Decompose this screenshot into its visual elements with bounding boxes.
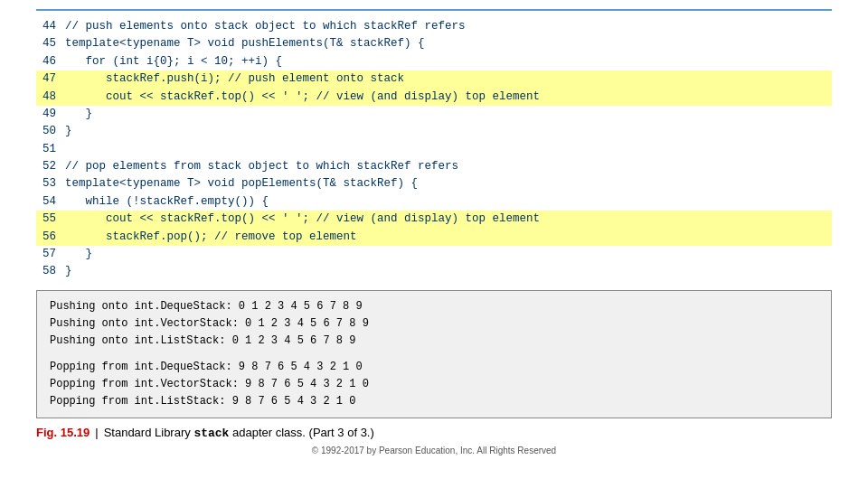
line-code-57: } [65, 246, 92, 263]
code-line-49: 49 } [36, 106, 832, 123]
code-line-52: 52 // pop elements from stack object to … [36, 158, 832, 175]
code-line-45: 45 template<typename T> void pushElement… [36, 35, 832, 52]
line-num-56: 56 [36, 229, 65, 246]
line-num-48: 48 [36, 89, 65, 106]
line-code-48: cout << stackRef.top() << ' '; // view (… [65, 89, 540, 106]
line-num-50: 50 [36, 123, 65, 140]
output-blank-1 [50, 350, 818, 359]
line-code-58: } [65, 263, 72, 280]
caption-fig-label: Fig. 15.19 [36, 426, 90, 439]
line-code-54: while (!stackRef.empty()) { [65, 193, 269, 211]
line-num-53: 53 [36, 175, 65, 192]
code-line-53: 53 template<typename T> void popElements… [36, 175, 832, 192]
code-line-50: 50 } [36, 123, 832, 140]
page-container: 44 // push elements onto stack object to… [0, 0, 868, 488]
line-code-52: // pop elements from stack object to whi… [65, 158, 458, 175]
code-line-58: 58 } [36, 263, 832, 280]
line-num-54: 54 [36, 193, 65, 211]
code-line-57: 57 } [36, 246, 832, 263]
line-num-55: 55 [36, 211, 65, 228]
output-box: Pushing onto int.DequeStack: 0 1 2 3 4 5… [36, 290, 832, 419]
line-code-49: } [65, 106, 92, 123]
copyright-text: © 1992-2017 by Pearson Education, Inc. A… [312, 446, 556, 455]
code-line-44: 44 // push elements onto stack object to… [36, 18, 832, 35]
line-code-46: for (int i{0}; i < 10; ++i) { [65, 53, 282, 70]
caption: Fig. 15.19 | Standard Library stack adap… [36, 426, 832, 440]
line-code-45: template<typename T> void pushElements(T… [65, 35, 425, 52]
top-border [36, 9, 832, 11]
code-line-55: 55 cout << stackRef.top() << ' '; // vie… [36, 211, 832, 228]
line-num-46: 46 [36, 53, 65, 70]
line-code-51 [65, 141, 72, 158]
code-section: 44 // push elements onto stack object to… [36, 18, 832, 281]
line-num-58: 58 [36, 263, 65, 280]
line-code-56: stackRef.pop(); // remove top element [65, 229, 357, 246]
code-line-56: 56 stackRef.pop(); // remove top element [36, 229, 832, 246]
output-line-4: Popping from int.DequeStack: 9 8 7 6 5 4… [50, 359, 818, 376]
footer: © 1992-2017 by Pearson Education, Inc. A… [36, 446, 832, 455]
caption-stack-word: stack [193, 427, 229, 440]
code-line-46: 46 for (int i{0}; i < 10; ++i) { [36, 53, 832, 70]
output-line-3: Pushing onto int.ListStack: 0 1 2 3 4 5 … [50, 333, 818, 350]
line-num-44: 44 [36, 18, 65, 35]
line-num-52: 52 [36, 158, 65, 175]
output-line-6: Popping from int.ListStack: 9 8 7 6 5 4 … [50, 393, 818, 410]
line-code-47: stackRef.push(i); // push element onto s… [65, 70, 404, 88]
line-num-51: 51 [36, 141, 65, 158]
caption-text: Standard Library stack adapter class. (P… [104, 426, 374, 440]
code-line-47: 47 stackRef.push(i); // push element ont… [36, 70, 832, 88]
output-line-1: Pushing onto int.DequeStack: 0 1 2 3 4 5… [50, 298, 818, 315]
line-code-50: } [65, 123, 72, 140]
code-line-51: 51 [36, 141, 832, 158]
output-line-2: Pushing onto int.VectorStack: 0 1 2 3 4 … [50, 315, 818, 333]
line-num-49: 49 [36, 106, 65, 123]
line-code-55: cout << stackRef.top() << ' '; // view (… [65, 211, 540, 228]
line-num-45: 45 [36, 35, 65, 52]
line-code-44: // push elements onto stack object to wh… [65, 18, 466, 35]
code-line-54: 54 while (!stackRef.empty()) { [36, 193, 832, 211]
line-num-57: 57 [36, 246, 65, 263]
caption-separator: | [95, 426, 98, 439]
output-line-5: Popping from int.VectorStack: 9 8 7 6 5 … [50, 376, 818, 393]
line-code-53: template<typename T> void popElements(T&… [65, 175, 418, 192]
line-num-47: 47 [36, 70, 65, 88]
code-line-48: 48 cout << stackRef.top() << ' '; // vie… [36, 89, 832, 106]
